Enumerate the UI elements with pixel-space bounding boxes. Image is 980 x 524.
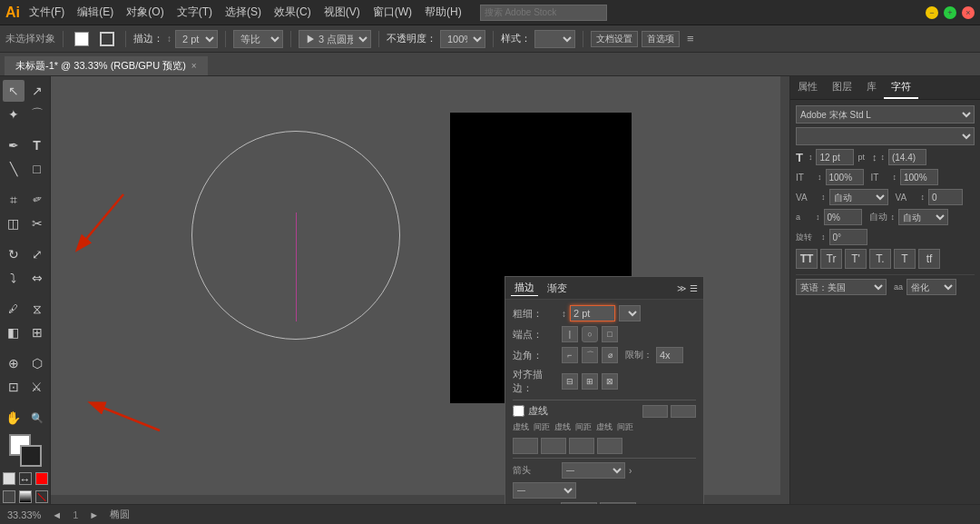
cap-butt-button[interactable]: | [562,326,578,342]
stroke-swatch[interactable] [20,445,42,467]
fill-color-indicator[interactable] [71,30,93,48]
minimize-button[interactable]: − [926,6,938,19]
maximize-button[interactable]: + [944,6,956,19]
font-family-select[interactable]: Adobe 宋体 Std L [796,105,975,124]
stroke-value-select[interactable]: 2 pt [175,30,218,48]
cap-square-button[interactable]: □ [602,326,618,342]
hand-tool[interactable]: ✋ [3,407,24,429]
none-color-icon[interactable] [35,472,48,485]
live-paint-tool[interactable]: ⬡ [26,352,48,374]
select-tool[interactable]: ↖ [3,80,24,102]
dash-1-input[interactable] [513,438,538,454]
gradient-tool[interactable]: ◧ [3,321,24,343]
menu-help[interactable]: 帮助(H) [425,5,462,20]
corner-limit-input[interactable] [656,347,683,363]
zoom-tool[interactable]: 🔍 [26,407,48,429]
shape-builder-tool[interactable]: ⊕ [3,352,24,374]
align-inside-button[interactable]: ⊞ [582,373,598,390]
canvas-area[interactable]: 描边 渐变 ≫ ☰ 粗细： ↕ ▼ 端点 [51,76,789,504]
panel-menu-icon[interactable]: ≫ [677,283,686,293]
dash-2-input[interactable] [569,438,594,454]
canvas-vertical-scrollbar[interactable] [780,76,789,504]
style-select[interactable] [534,30,575,48]
eraser-tool[interactable]: ◫ [3,213,24,234]
align-outside-button[interactable]: ⊠ [602,373,618,390]
small-caps-button[interactable]: Tr [820,249,842,269]
rect-tool[interactable]: □ [26,158,48,180]
color-icon[interactable] [3,490,15,503]
menu-window[interactable]: 窗口(W) [373,5,412,20]
corner-round-button[interactable]: ⌒ [582,347,598,363]
menu-edit[interactable]: 编辑(E) [77,5,113,20]
rotation-input[interactable] [829,229,867,245]
rotate-tool[interactable]: ↻ [3,243,24,265]
opacity-select[interactable]: 100% [440,30,485,48]
pen-tool[interactable]: ✒ [3,134,24,156]
menu-view[interactable]: 视图(V) [324,5,360,20]
scissors-tool[interactable]: ✂ [26,213,48,234]
close-button[interactable]: × [962,6,975,19]
gap-1-input[interactable] [541,438,566,454]
scale-end-input[interactable] [600,502,636,504]
pencil-tool[interactable]: ✏ [23,186,51,214]
none-icon[interactable] [35,490,48,503]
stroke-ratio-select[interactable]: 等比 [233,30,283,48]
tab-character[interactable]: 字符 [884,76,918,99]
corner-miter-button[interactable]: ⌐ [562,347,578,363]
dashed-checkbox[interactable] [513,405,524,417]
paintbrush-tool[interactable]: ⌗ [3,189,24,211]
width-tool[interactable]: ⇔ [26,267,48,289]
tab-properties[interactable]: 属性 [790,76,825,99]
artboard-tool[interactable]: ⊡ [3,376,24,398]
arrow-start-select[interactable]: — [562,462,625,479]
scale-tool[interactable]: ⤢ [26,243,48,265]
language-select[interactable]: 英语：美国 [796,279,887,295]
blend-tool[interactable]: ⧖ [26,298,48,320]
slice-tool[interactable]: ⚔ [26,376,48,398]
all-caps-button[interactable]: TT [796,249,818,269]
font-style-select[interactable] [796,127,975,145]
gradient-icon[interactable] [19,490,32,503]
swap-colors-icon[interactable]: ↔ [19,472,32,485]
weight-input[interactable] [570,305,615,321]
menu-select[interactable]: 选择(S) [225,5,261,20]
stroke-color-indicator[interactable] [96,30,118,48]
va2-input[interactable] [928,189,963,205]
stock-search-input[interactable] [480,5,607,21]
menu-type[interactable]: 文字(T) [177,5,212,20]
menu-file[interactable]: 文件(F) [29,5,64,20]
auto-select[interactable]: 自动 [898,209,948,225]
font-size-input[interactable] [816,149,854,165]
document-tab[interactable]: 未标题-1* @ 33.33% (RGB/GPU 预览) × [4,55,209,75]
tab-close-button[interactable]: × [191,61,197,71]
magic-wand-tool[interactable]: ✦ [3,104,24,125]
mesh-tool[interactable]: ⊞ [26,321,48,343]
warp-tool[interactable]: ⤵ [3,267,24,289]
dot-shape-select[interactable]: ▶ 3 点圆形 [299,30,371,48]
kerning-method-select[interactable]: 自动 [829,189,888,205]
superscript-button[interactable]: T' [845,249,867,269]
arrow-end-select[interactable]: — [513,482,576,499]
corner-bevel-button[interactable]: ⌀ [602,347,618,363]
subscript-button[interactable]: T. [869,249,891,269]
cap-round-button[interactable]: ○ [582,326,598,342]
nav-next-button[interactable]: ► [89,509,99,520]
menu-object[interactable]: 对象(O) [126,5,163,20]
default-colors-icon[interactable] [3,472,15,485]
eyedropper-tool[interactable]: 🖋 [3,298,24,320]
tracking-input[interactable] [826,169,864,185]
menu-effect[interactable]: 效果(C) [274,5,311,20]
weight-unit-select[interactable]: ▼ [619,305,641,321]
preferences-button[interactable]: 首选项 [642,31,680,47]
align-center-button[interactable]: ⊟ [562,373,578,390]
nav-prev-button[interactable]: ◄ [52,509,62,520]
strikethrough-button[interactable]: tf [918,249,940,269]
dash-style-1[interactable] [642,405,668,418]
gap-2-input[interactable] [597,438,622,454]
scale-start-input[interactable] [561,502,597,504]
tab-libraries[interactable]: 库 [859,76,884,99]
case-select[interactable]: 俗化 [906,279,956,295]
direct-select-tool[interactable]: ↗ [26,80,48,102]
gradient-tab[interactable]: 渐变 [544,281,571,296]
tab-layers[interactable]: 图层 [825,76,859,99]
